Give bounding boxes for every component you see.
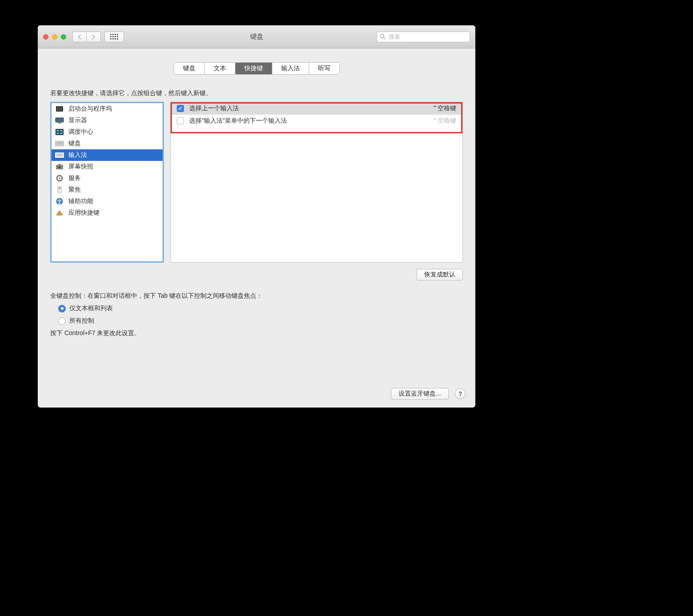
camera-icon: [55, 163, 64, 170]
svg-rect-12: [56, 130, 59, 132]
grid-icon: [110, 34, 118, 40]
tab-bar: 键盘文本快捷键输入法听写: [50, 63, 463, 74]
search-input[interactable]: [377, 32, 470, 42]
tab-输入法[interactable]: 输入法: [272, 63, 309, 74]
content: 键盘文本快捷键输入法听写 若要更改快捷键，请选择它，点按组合键，然后键入新键。 …: [38, 48, 475, 346]
show-all-button[interactable]: [104, 32, 124, 42]
svg-point-5: [61, 108, 62, 108]
bluetooth-keyboard-button[interactable]: 设置蓝牙键盘...: [391, 388, 449, 400]
category-label: 显示器: [68, 116, 87, 124]
tab-键盘[interactable]: 键盘: [174, 63, 205, 74]
svg-line-1: [383, 37, 385, 39]
tab-文本[interactable]: 文本: [205, 63, 235, 74]
svg-rect-10: [58, 123, 61, 124]
svg-point-4: [59, 108, 60, 108]
svg-point-28: [59, 187, 60, 189]
shortcut-label: 选择"输入法"菜单中的下一个输入法: [189, 117, 427, 125]
instructions-text: 若要更改快捷键，请选择它，点按组合键，然后键入新键。: [50, 89, 463, 97]
svg-point-6: [57, 109, 58, 110]
svg-rect-15: [60, 132, 63, 134]
category-item-9[interactable]: 应用快捷键: [52, 207, 163, 219]
category-item-3[interactable]: 键盘: [52, 138, 163, 149]
svg-point-3: [57, 108, 58, 108]
radio-on-icon: [58, 305, 66, 312]
launchpad-icon: [55, 105, 64, 112]
svg-point-24: [58, 166, 61, 168]
nav-buttons: [72, 32, 101, 42]
category-label: 调度中心: [68, 128, 93, 136]
category-list[interactable]: 启动台与程序坞显示器调度中心键盘输入法屏幕快照服务聚焦辅助功能应用快捷键: [50, 102, 164, 263]
category-item-8[interactable]: 辅助功能: [52, 196, 163, 207]
restore-defaults-button[interactable]: 恢复成默认: [417, 269, 463, 280]
search-icon: [380, 34, 386, 40]
svg-point-26: [59, 177, 60, 179]
category-item-1[interactable]: 显示器: [52, 115, 163, 126]
shortcut-label: 选择上一个输入法: [189, 104, 427, 112]
category-item-2[interactable]: 调度中心: [52, 126, 163, 138]
category-item-6[interactable]: 服务: [52, 172, 163, 184]
category-item-7[interactable]: 聚焦: [52, 184, 163, 196]
keyboard-control-section: 全键盘控制：在窗口和对话框中，按下 Tab 键在以下控制之间移动键盘焦点： 仅文…: [50, 292, 463, 337]
kb-control-hint: 按下 Control+F7 来更改此设置。: [50, 329, 463, 337]
chevron-left-icon: [78, 34, 82, 40]
spotlight-icon: [55, 186, 64, 193]
category-item-5[interactable]: 屏幕快照: [52, 161, 163, 172]
svg-rect-9: [56, 118, 64, 122]
traffic-lights: [43, 34, 66, 40]
restore-row: 恢复成默认: [50, 269, 463, 280]
shortcut-row-1[interactable]: 选择"输入法"菜单中的下一个输入法⌃空格键: [171, 115, 462, 127]
mission-icon: [55, 128, 64, 136]
footer: 设置蓝牙键盘... ?: [391, 388, 466, 400]
svg-point-30: [59, 199, 60, 200]
radio-text-only[interactable]: 仅文本框和列表: [58, 304, 463, 312]
forward-button[interactable]: [87, 32, 101, 42]
svg-rect-2: [56, 106, 63, 112]
gear-icon: [55, 175, 64, 182]
category-label: 输入法: [68, 151, 87, 159]
category-label: 聚焦: [68, 186, 81, 194]
svg-point-7: [59, 109, 60, 110]
shortcut-key: ⌃空格键: [432, 104, 456, 112]
category-label: 服务: [68, 174, 81, 182]
shortcut-row-0[interactable]: 选择上一个输入法⌃空格键: [171, 102, 462, 115]
zoom-icon[interactable]: [61, 34, 66, 40]
close-icon[interactable]: [43, 34, 48, 40]
svg-point-0: [380, 34, 384, 38]
category-label: 启动台与程序坞: [68, 105, 112, 113]
category-item-4[interactable]: 输入法: [52, 149, 163, 161]
radio-label: 所有控制: [69, 317, 94, 325]
tab-快捷键[interactable]: 快捷键: [235, 63, 272, 74]
radio-off-icon: [58, 317, 66, 325]
category-label: 屏幕快照: [68, 163, 93, 171]
radio-label: 仅文本框和列表: [69, 304, 113, 312]
search-wrap: [377, 32, 470, 42]
shortcut-checkbox[interactable]: [177, 117, 184, 124]
svg-rect-23: [58, 164, 61, 165]
panels: 启动台与程序坞显示器调度中心键盘输入法屏幕快照服务聚焦辅助功能应用快捷键 选择上…: [50, 102, 463, 263]
help-button[interactable]: ?: [455, 388, 466, 399]
svg-point-8: [61, 109, 62, 110]
shortcut-key: ⌃空格键: [432, 117, 456, 125]
kb-control-heading: 全键盘控制：在窗口和对话框中，按下 Tab 键在以下控制之间移动键盘焦点：: [50, 292, 463, 300]
shortcut-list[interactable]: 选择上一个输入法⌃空格键选择"输入法"菜单中的下一个输入法⌃空格键: [170, 102, 463, 263]
category-label: 键盘: [68, 140, 81, 148]
shortcut-checkbox[interactable]: [177, 105, 184, 112]
apps-icon: [55, 209, 64, 216]
svg-rect-16: [55, 141, 64, 146]
minimize-icon[interactable]: [52, 34, 57, 40]
category-label: 应用快捷键: [68, 209, 100, 217]
svg-rect-13: [60, 130, 63, 132]
titlebar: 键盘: [38, 25, 475, 48]
category-label: 辅助功能: [68, 197, 93, 205]
display-icon: [55, 117, 64, 124]
preferences-window: 键盘 键盘文本快捷键输入法听写 若要更改快捷键，请选择它，点按组合键，然后键入新…: [38, 25, 475, 408]
chevron-right-icon: [92, 34, 96, 40]
keyboard-icon: [55, 152, 64, 159]
back-button[interactable]: [72, 32, 87, 42]
svg-rect-19: [55, 152, 64, 158]
keyboard-icon: [55, 140, 64, 147]
tab-听写[interactable]: 听写: [309, 63, 339, 74]
radio-all-controls[interactable]: 所有控制: [58, 317, 463, 325]
category-item-0[interactable]: 启动台与程序坞: [52, 103, 163, 115]
svg-rect-14: [56, 132, 59, 134]
